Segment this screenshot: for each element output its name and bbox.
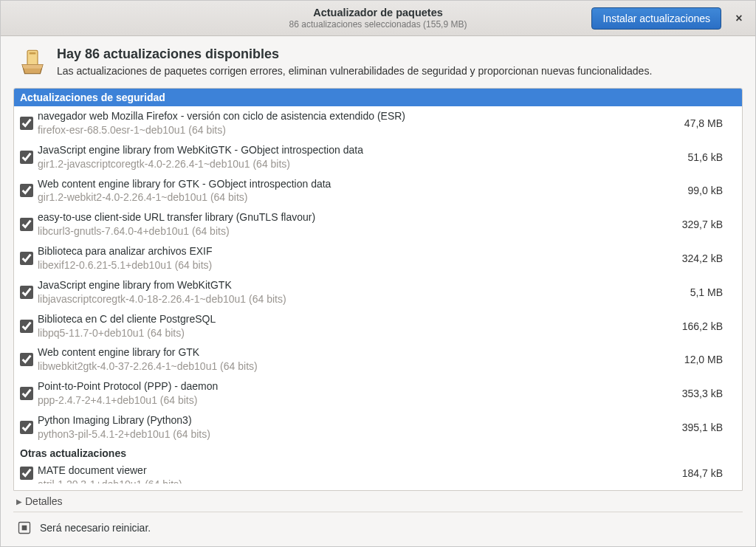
package-version: atril-1.20.3-1+deb10u1 (64 bits) <box>38 478 671 484</box>
updates-list: Actualizaciones de seguridad navegador w… <box>13 88 743 491</box>
package-version: python3-pil-5.4.1-2+deb10u1 (64 bits) <box>38 427 671 441</box>
package-checkbox[interactable] <box>20 117 33 130</box>
package-title: Point-to-Point Protocol (PPP) - daemon <box>38 379 671 393</box>
package-row[interactable]: navegador web Mozilla Firefox - versión … <box>14 106 742 140</box>
package-version: ppp-2.4.7-2+4.1+deb10u1 (64 bits) <box>38 393 671 407</box>
package-row[interactable]: easy-to-use client-side URL transfer lib… <box>14 207 742 241</box>
package-size: 324,2 kB <box>671 252 738 264</box>
package-row[interactable]: Point-to-Point Protocol (PPP) - daemon p… <box>14 376 742 410</box>
package-title: Web content engine library for GTK <box>38 345 671 359</box>
package-title: easy-to-use client-side URL transfer lib… <box>38 210 671 224</box>
package-row[interactable]: JavaScript engine library from WebKitGTK… <box>14 140 742 174</box>
package-version: libwebkit2gtk-4.0-37-2.26.4-1~deb10u1 (6… <box>38 359 671 374</box>
package-size: 184,7 kB <box>671 467 738 479</box>
package-row[interactable]: MATE document viewer atril-1.20.3-1+deb1… <box>14 461 742 484</box>
package-title: Biblioteca para analizar archivos EXIF <box>38 244 671 258</box>
package-size: 12,0 MB <box>671 354 738 365</box>
package-title: navegador web Mozilla Firefox - versión … <box>38 109 671 123</box>
window-title: Actualizador de paquetes <box>169 7 587 18</box>
package-checkbox[interactable] <box>20 387 33 400</box>
package-version: gir1.2-javascriptcoregtk-4.0-2.26.4-1~de… <box>38 157 671 171</box>
package-version: libexif12-0.6.21-5.1+deb10u1 (64 bits) <box>38 258 671 272</box>
footer-bar: Será necesario reiniciar. <box>13 512 743 536</box>
package-size: 5,1 MB <box>671 286 738 298</box>
package-row[interactable]: Web content engine library for GTK libwe… <box>14 343 742 376</box>
details-label: Detalles <box>25 495 63 507</box>
titlebar: Actualizador de paquetes 86 actualizacio… <box>1 1 755 36</box>
package-size: 166,2 kB <box>671 320 738 332</box>
install-updates-button[interactable]: Instalar actualizaciones <box>591 7 721 30</box>
package-row[interactable]: Python Imaging Library (Python3) python3… <box>14 410 742 444</box>
package-version: libpq5-11.7-0+deb10u1 (64 bits) <box>38 326 671 340</box>
package-title: JavaScript engine library from WebKitGTK <box>38 278 671 292</box>
package-checkbox[interactable] <box>20 218 33 231</box>
package-version: libjavascriptcoregtk-4.0-18-2.26.4-1~deb… <box>38 292 671 306</box>
package-checkbox[interactable] <box>20 320 33 333</box>
updates-icon <box>17 47 48 78</box>
package-title: MATE document viewer <box>38 464 671 478</box>
svg-rect-1 <box>30 52 36 55</box>
package-size: 47,8 MB <box>671 117 738 129</box>
package-size: 99,0 kB <box>671 185 738 196</box>
restart-message: Será necesario reiniciar. <box>40 522 151 534</box>
package-row[interactable]: Web content engine library for GTK - GOb… <box>14 174 742 208</box>
page-title: Hay 86 actualizaciones disponibles <box>57 47 652 62</box>
header-row: Hay 86 actualizaciones disponibles Las a… <box>1 36 755 85</box>
package-checkbox[interactable] <box>20 353 33 366</box>
package-title: JavaScript engine library from WebKitGTK… <box>38 143 671 157</box>
package-size: 329,7 kB <box>671 219 738 230</box>
details-expander[interactable]: ▶ Detalles <box>13 491 743 512</box>
package-checkbox[interactable] <box>20 184 33 197</box>
package-row[interactable]: Biblioteca para analizar archivos EXIF l… <box>14 241 742 275</box>
section-security-header: Actualizaciones de seguridad <box>14 89 742 106</box>
package-size: 51,6 kB <box>671 151 738 163</box>
section-other-header: Otras actualizaciones <box>14 444 742 461</box>
package-row[interactable]: JavaScript engine library from WebKitGTK… <box>14 275 742 309</box>
package-version: firefox-esr-68.5.0esr-1~deb10u1 (64 bits… <box>38 123 671 137</box>
package-title: Python Imaging Library (Python3) <box>38 413 671 427</box>
package-title: Biblioteca en C del cliente PostgreSQL <box>38 312 671 326</box>
package-checkbox[interactable] <box>20 252 33 265</box>
close-icon[interactable]: × <box>729 8 749 29</box>
package-checkbox[interactable] <box>20 286 33 299</box>
window-subtitle: 86 actualizaciones seleccionadas (155,9 … <box>169 19 587 30</box>
page-description: Las actualizaciones de paquetes corrigen… <box>57 65 652 77</box>
package-title: Web content engine library for GTK - GOb… <box>38 177 671 191</box>
chevron-right-icon: ▶ <box>16 498 22 506</box>
scroll-area[interactable]: navegador web Mozilla Firefox - versión … <box>14 106 742 490</box>
package-checkbox[interactable] <box>20 467 33 480</box>
svg-rect-3 <box>22 526 27 531</box>
package-version: gir1.2-webkit2-4.0-2.26.4-1~deb10u1 (64 … <box>38 190 671 204</box>
package-size: 395,1 kB <box>671 422 738 433</box>
package-row[interactable]: Biblioteca en C del cliente PostgreSQL l… <box>14 309 742 343</box>
package-checkbox[interactable] <box>20 421 33 434</box>
package-size: 353,3 kB <box>671 388 738 399</box>
restart-icon <box>16 520 32 536</box>
package-checkbox[interactable] <box>20 151 33 164</box>
package-version: libcurl3-gnutls-7.64.0-4+deb10u1 (64 bit… <box>38 224 671 238</box>
